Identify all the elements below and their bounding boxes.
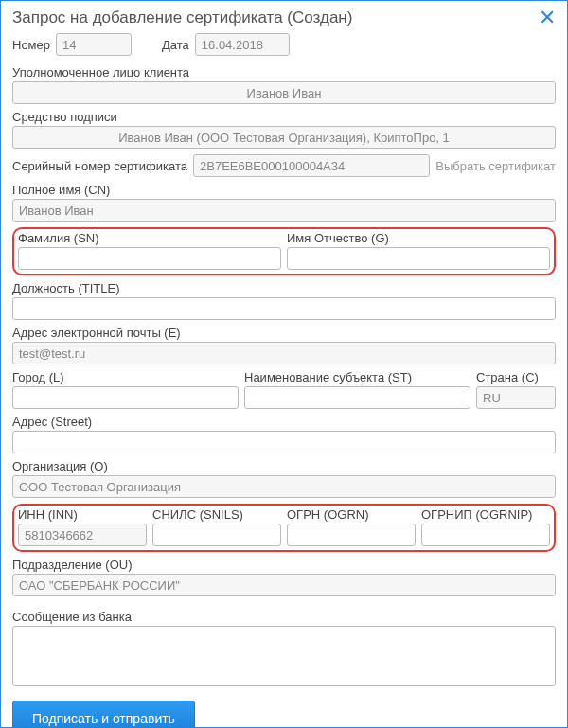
inn-label: ИНН (INN)	[18, 507, 147, 522]
choose-cert-link[interactable]: Выбрать сертификат	[435, 159, 556, 173]
bank-msg-label: Сообщение из банка	[12, 610, 556, 624]
inn-field[interactable]	[18, 524, 147, 546]
email-group: Адрес электронной почты (E)	[12, 326, 556, 364]
st-label: Наименование субъекта (ST)	[244, 370, 470, 384]
street-label: Адрес (Street)	[12, 415, 556, 429]
ou-group: Подразделение (OU)	[12, 558, 556, 596]
serial-row: Серийный номер сертификата Выбрать серти…	[12, 154, 556, 177]
country-field[interactable]	[476, 386, 556, 409]
cn-group: Полное имя (CN)	[12, 183, 556, 222]
title-label: Должность (TITLE)	[12, 281, 556, 295]
name-highlight: Фамилия (SN) Имя Отчество (G)	[12, 227, 556, 275]
email-field[interactable]	[12, 342, 556, 364]
title-group: Должность (TITLE)	[12, 281, 556, 320]
sign-tool-label: Средство подписи	[12, 110, 556, 124]
serial-field[interactable]	[193, 154, 430, 177]
id-highlight: ИНН (INN) СНИЛС (SNILS) ОГРН (OGRN) ОГРН…	[12, 504, 556, 552]
sn-label: Фамилия (SN)	[18, 231, 281, 245]
org-group: Организация (O)	[12, 459, 556, 498]
city-field[interactable]	[12, 386, 239, 409]
serial-label: Серийный номер сертификата	[12, 159, 187, 173]
authorized-group: Уполномоченное лицо клиента	[12, 65, 556, 104]
dialog-title: Запрос на добавление сертификата (Создан…	[12, 9, 352, 27]
authorized-field[interactable]	[12, 81, 556, 104]
ogrn-label: ОГРН (OGRN)	[287, 507, 416, 522]
street-group: Адрес (Street)	[12, 415, 556, 453]
sign-tool-group: Средство подписи	[12, 110, 556, 149]
dialog-header: Запрос на добавление сертификата (Создан…	[12, 9, 556, 27]
g-field[interactable]	[287, 247, 550, 270]
email-label: Адрес электронной почты (E)	[12, 326, 556, 340]
sn-field[interactable]	[18, 247, 281, 270]
number-date-row: Номер Дата	[12, 33, 556, 56]
cn-field[interactable]	[12, 199, 556, 222]
street-field[interactable]	[12, 431, 556, 453]
dialog-footer: Подписать и отправить	[12, 701, 556, 728]
date-label: Дата	[162, 38, 189, 52]
ou-field[interactable]	[12, 574, 556, 596]
snils-field[interactable]	[152, 524, 281, 546]
ou-label: Подразделение (OU)	[12, 558, 556, 572]
number-label: Номер	[12, 38, 50, 52]
org-field[interactable]	[12, 475, 556, 498]
number-field[interactable]	[56, 33, 132, 56]
ogrnip-field[interactable]	[421, 524, 550, 546]
sign-tool-field[interactable]	[12, 126, 556, 149]
submit-button[interactable]: Подписать и отправить	[12, 701, 195, 728]
date-field[interactable]	[195, 33, 290, 56]
certificate-request-dialog: Запрос на добавление сертификата (Создан…	[0, 0, 568, 728]
city-label: Город (L)	[12, 370, 239, 384]
authorized-label: Уполномоченное лицо клиента	[12, 65, 556, 80]
title-field[interactable]	[12, 297, 556, 320]
city-row: Город (L) Наименование субъекта (ST) Стр…	[12, 370, 556, 409]
bank-msg-textarea[interactable]	[12, 626, 556, 686]
bank-msg-group: Сообщение из банка	[12, 610, 556, 689]
country-label: Страна (C)	[476, 370, 556, 384]
ogrnip-label: ОГРНИП (OGRNIP)	[421, 507, 550, 522]
close-icon[interactable]: ✕	[539, 9, 556, 27]
org-label: Организация (O)	[12, 459, 556, 473]
st-field[interactable]	[244, 386, 470, 409]
ogrn-field[interactable]	[287, 524, 416, 546]
cn-label: Полное имя (CN)	[12, 183, 556, 197]
snils-label: СНИЛС (SNILS)	[152, 507, 281, 522]
g-label: Имя Отчество (G)	[287, 231, 550, 245]
